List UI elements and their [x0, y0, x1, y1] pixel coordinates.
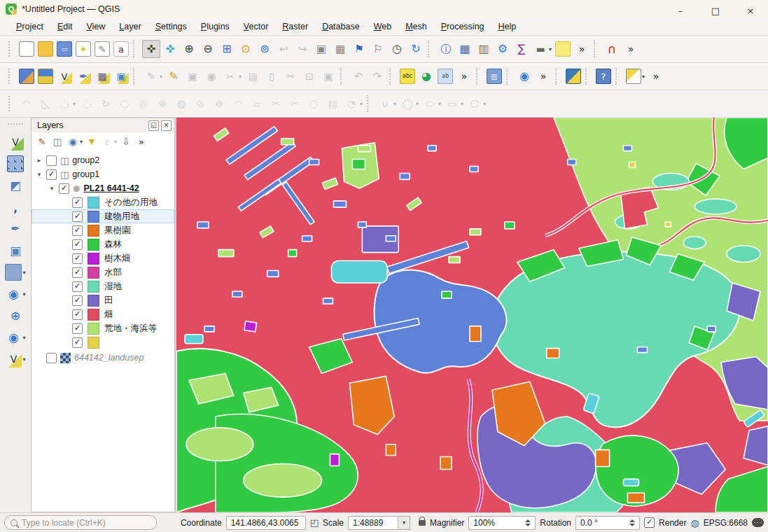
add-spatialite-layer-button[interactable]: ✒: [6, 219, 25, 239]
zoom-in-button[interactable]: ⊕: [180, 40, 198, 58]
add-wfs-layer-button[interactable]: ◉▾: [4, 328, 27, 347]
digitize-curve-button-dropdown-icon[interactable]: ▾: [393, 101, 396, 107]
extents-icon[interactable]: ◰: [310, 517, 319, 528]
move-feature-button-dropdown-icon[interactable]: ▾: [73, 101, 76, 107]
temporal-controller-button[interactable]: ◷: [388, 40, 406, 58]
map-tips-button[interactable]: [554, 40, 572, 58]
style-manager-button[interactable]: a: [112, 40, 130, 58]
new-vector-layer-button[interactable]: V▾: [4, 349, 27, 369]
legend-item[interactable]: ✓建物用地: [32, 209, 174, 223]
manage-map-themes-button[interactable]: ◉▾: [65, 134, 84, 149]
map-canvas[interactable]: [176, 118, 768, 512]
zoom-to-selection-button[interactable]: ⊙: [237, 40, 255, 58]
legend-item[interactable]: ✓荒地・海浜等: [32, 321, 174, 335]
new-3d-map-view-button[interactable]: ▦: [331, 40, 349, 58]
save-project-button[interactable]: ▭: [55, 40, 74, 58]
expand-arrow-icon[interactable]: ▸: [36, 157, 43, 164]
new-vector-layer-button-dropdown-icon[interactable]: ▾: [22, 356, 25, 363]
help-contents-button[interactable]: ?: [594, 67, 613, 85]
identify-features-button[interactable]: ⓘ: [437, 40, 455, 58]
snapping-overflow-button[interactable]: »: [622, 40, 640, 58]
layer-group2-row[interactable]: ▸ ◫ group2: [32, 153, 174, 167]
add-wcs-layer-button[interactable]: ⊕: [6, 306, 25, 326]
messages-icon[interactable]: [752, 518, 764, 527]
add-wms-layer-button-dropdown-icon[interactable]: ▾: [22, 291, 25, 298]
add-postgis-layer-button[interactable]: ▾: [4, 262, 27, 282]
raster-checkbox[interactable]: [46, 353, 57, 363]
coordinate-input[interactable]: 141.4866,43.0065: [226, 516, 306, 530]
open-layer-styling-button[interactable]: ✎: [34, 134, 50, 149]
processing-toolbox-button[interactable]: ⚙: [494, 40, 512, 58]
menu-layer[interactable]: Layer: [113, 20, 147, 34]
panel-float-button[interactable]: ◱: [146, 120, 159, 131]
layer-group1-row[interactable]: ▾ ✓ ◫ group1: [32, 167, 174, 181]
zoom-to-layer-button[interactable]: ⊚: [256, 40, 274, 58]
legend-checkbox[interactable]: ✓: [72, 295, 83, 306]
select-features-button[interactable]: ▾: [624, 67, 646, 85]
add-wfs-layer-button-dropdown-icon[interactable]: ▾: [22, 335, 25, 341]
spinner-arrows-icon[interactable]: [629, 519, 635, 526]
scale-combo[interactable]: 1:48889 ▾: [348, 516, 410, 530]
python-console-button[interactable]: [564, 67, 582, 85]
pl21-checkbox[interactable]: ✓: [59, 183, 69, 194]
zoom-out-button[interactable]: ⊖: [199, 40, 217, 58]
raster-layer-row[interactable]: 644142_landusep: [32, 351, 174, 365]
labeling-single-button[interactable]: ab: [436, 67, 454, 85]
menu-database[interactable]: Database: [316, 20, 366, 34]
shape-circle-button-dropdown-icon[interactable]: ▾: [416, 101, 419, 107]
new-spatialite-layer-button[interactable]: ✒: [74, 67, 92, 85]
toggle-editing-button[interactable]: ✎: [165, 67, 183, 85]
menu-help[interactable]: Help: [492, 20, 523, 34]
legend-checkbox[interactable]: ✓: [72, 239, 83, 250]
new-shapefile-layer-button[interactable]: V: [55, 67, 74, 85]
menu-project[interactable]: Project: [10, 20, 50, 34]
web-overflow-button[interactable]: »: [534, 67, 552, 85]
menu-vector[interactable]: Vector: [237, 20, 274, 34]
add-wms-layer-button[interactable]: ◉▾: [4, 284, 27, 304]
group2-checkbox[interactable]: [46, 155, 57, 166]
legend-item[interactable]: ✓果樹園: [32, 223, 174, 237]
new-geopackage-layer-button[interactable]: [36, 67, 55, 85]
legend-item[interactable]: ✓樹木畑: [32, 251, 174, 265]
zoom-full-button[interactable]: ⊞: [218, 40, 236, 58]
show-layout-manager-button[interactable]: ✎: [93, 40, 111, 58]
menu-view[interactable]: View: [80, 20, 111, 34]
new-project-button[interactable]: [18, 40, 36, 58]
legend-item[interactable]: ✓森林: [32, 237, 174, 251]
labels-overflow-button[interactable]: »: [455, 67, 473, 85]
open-project-button[interactable]: [36, 40, 55, 58]
menu-mesh[interactable]: Mesh: [399, 20, 433, 34]
panel-overflow-button[interactable]: »: [134, 134, 149, 149]
select-overflow-button[interactable]: »: [647, 67, 665, 85]
pan-map-button[interactable]: ✜: [142, 40, 160, 58]
spinner-arrows-icon[interactable]: [525, 519, 531, 526]
menu-web[interactable]: Web: [368, 20, 398, 34]
layer-pl21-row[interactable]: ▾ ✓ ● PL21 6441-42: [32, 181, 174, 195]
magnifier-spinbox[interactable]: 100%: [468, 516, 536, 530]
refresh-map-button[interactable]: ↻: [407, 40, 425, 58]
statistical-summary-button[interactable]: ▥: [475, 40, 493, 58]
add-delimited-text-layer-button[interactable]: ,: [6, 197, 25, 217]
legend-item[interactable]: ✓田: [32, 293, 174, 307]
new-print-layout-button[interactable]: ✦: [74, 40, 92, 58]
locator-search-input[interactable]: Type to locate (Ctrl+K): [4, 515, 157, 530]
legend-item[interactable]: ✓その他の用地: [32, 195, 174, 209]
crs-globe-icon[interactable]: ◍: [690, 517, 699, 528]
menu-plugins[interactable]: Plugins: [195, 20, 236, 34]
collapse-arrow-icon[interactable]: ▾: [36, 171, 43, 178]
group1-checkbox[interactable]: ✓: [46, 169, 57, 180]
db-manager-button[interactable]: ≣: [485, 67, 503, 85]
shape-rectangle-button-dropdown-icon[interactable]: ▾: [461, 101, 463, 107]
show-statistics-button[interactable]: ∑: [512, 40, 531, 58]
legend-checkbox[interactable]: ✓: [72, 225, 83, 236]
legend-item[interactable]: ✓: [32, 335, 174, 349]
crs-status[interactable]: EPSG:6668: [704, 518, 748, 528]
panel-close-button[interactable]: ×: [159, 120, 172, 131]
legend-checkbox[interactable]: ✓: [72, 309, 83, 320]
current-edits-button-dropdown-icon[interactable]: ▾: [160, 74, 162, 80]
legend-item[interactable]: ✓水部: [32, 265, 174, 279]
menu-edit[interactable]: Edit: [51, 20, 79, 34]
add-vector-layer-button[interactable]: V: [6, 132, 25, 152]
snapping-button[interactable]: ∩: [603, 40, 621, 58]
lock-icon[interactable]: [419, 520, 426, 526]
